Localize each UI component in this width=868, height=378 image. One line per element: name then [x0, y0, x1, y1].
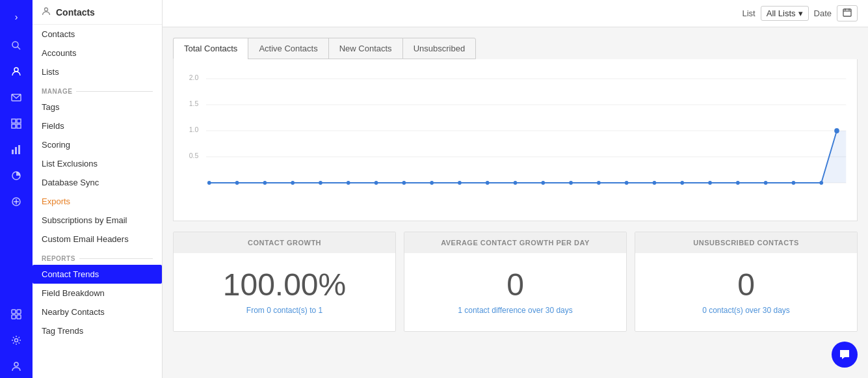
svg-rect-8: [12, 150, 14, 154]
stat-label-1: 1 contact difference over 30 days: [458, 306, 573, 315]
svg-text:1.5: 1.5: [189, 100, 199, 107]
tab-active-contacts[interactable]: Active Contacts: [248, 38, 328, 59]
nav-item-field-breakdown[interactable]: Field Breakdown: [33, 284, 162, 303]
nav-header-title: Contacts: [56, 7, 95, 18]
svg-point-51: [653, 181, 657, 185]
svg-rect-16: [17, 310, 21, 314]
svg-point-20: [14, 362, 18, 366]
svg-rect-22: [843, 9, 851, 16]
svg-point-45: [486, 181, 490, 185]
nav-item-fields[interactable]: Fields: [33, 116, 162, 135]
svg-point-56: [792, 181, 796, 185]
stat-card-header-2: UNSUBSCRIBED CONTACTS: [635, 232, 857, 253]
stat-card-body-0: 100.00% From 0 contact(s) to 1: [174, 253, 395, 331]
svg-point-48: [569, 181, 573, 185]
tab-total-contacts[interactable]: Total Contacts: [173, 38, 248, 59]
chat-button[interactable]: [832, 342, 858, 368]
nav-item-custom-email-headers[interactable]: Custom Email Headers: [33, 230, 162, 249]
top-bar: List All Lists ▾ Date: [163, 0, 868, 27]
stat-card-unsubscribed: UNSUBSCRIBED CONTACTS 0 0 contact(s) ove…: [635, 232, 858, 332]
svg-rect-6: [12, 124, 16, 128]
svg-point-52: [680, 181, 684, 185]
date-label: Date: [814, 8, 832, 18]
svg-rect-17: [12, 315, 16, 319]
svg-rect-15: [12, 310, 16, 314]
nav-item-contacts[interactable]: Contacts: [33, 25, 162, 44]
svg-rect-9: [15, 147, 17, 154]
main-content: List All Lists ▾ Date Total Contacts Act…: [163, 0, 868, 378]
nav-item-scoring[interactable]: Scoring: [33, 135, 162, 154]
svg-rect-5: [17, 119, 21, 123]
expand-icon[interactable]: ›: [3, 5, 29, 29]
nav-item-nearby-contacts[interactable]: Nearby Contacts: [33, 303, 162, 321]
search-nav-icon[interactable]: [3, 34, 29, 57]
stat-card-body-1: 0 1 contact difference over 30 days: [404, 253, 626, 331]
nav-item-tag-trends[interactable]: Tag Trends: [33, 321, 162, 340]
line-chart: 2.0 1.5 1.0 0.5: [181, 67, 849, 210]
date-picker-button[interactable]: [837, 5, 858, 21]
svg-point-47: [541, 181, 545, 185]
dashboard2-nav-icon[interactable]: [3, 303, 29, 326]
plus-circle-nav-icon[interactable]: [3, 190, 29, 213]
chart-container: 2.0 1.5 1.0 0.5: [173, 59, 858, 221]
nav-item-accounts[interactable]: Accounts: [33, 44, 162, 62]
svg-point-41: [375, 181, 378, 185]
stat-card-contact-growth: CONTACT GROWTH 100.00% From 0 contact(s)…: [173, 232, 396, 332]
svg-point-37: [263, 181, 267, 185]
icon-sidebar: ›: [0, 0, 33, 378]
nav-item-exports[interactable]: Exports: [33, 192, 162, 211]
dropdown-chevron-icon: ▾: [798, 8, 803, 18]
svg-text:0.5: 0.5: [189, 152, 199, 159]
svg-point-39: [319, 181, 322, 185]
svg-point-44: [458, 181, 462, 185]
all-lists-dropdown[interactable]: All Lists ▾: [761, 6, 809, 21]
svg-point-50: [625, 181, 629, 185]
bar-chart-nav-icon[interactable]: [3, 138, 29, 161]
svg-point-53: [708, 181, 712, 185]
nav-item-subscriptions[interactable]: Subscriptions by Email: [33, 211, 162, 230]
svg-point-42: [402, 181, 406, 185]
user-profile-nav-icon[interactable]: [3, 355, 29, 378]
svg-rect-18: [17, 315, 21, 319]
nav-item-lists[interactable]: Lists: [33, 62, 162, 81]
svg-point-46: [514, 181, 518, 185]
svg-rect-7: [17, 124, 21, 128]
reports-section-label: REPORTS: [33, 249, 162, 265]
pie-chart-nav-icon[interactable]: [3, 164, 29, 187]
svg-point-19: [15, 339, 18, 342]
all-lists-label: All Lists: [767, 8, 796, 18]
nav-item-list-exclusions[interactable]: List Exclusions: [33, 154, 162, 173]
tab-unsubscribed[interactable]: Unsubscribed: [402, 38, 477, 59]
tabs: Total Contacts Active Contacts New Conta…: [173, 38, 858, 59]
svg-point-38: [291, 181, 295, 185]
nav-item-tags[interactable]: Tags: [33, 98, 162, 116]
svg-point-36: [235, 181, 239, 185]
stat-card-body-2: 0 0 contact(s) over 30 days: [635, 253, 857, 331]
stat-label-2: 0 contact(s) over 30 days: [702, 306, 790, 315]
grid-nav-icon[interactable]: [3, 112, 29, 135]
svg-line-1: [18, 47, 20, 49]
stat-card-header-1: AVERAGE CONTACT GROWTH PER DAY: [404, 232, 626, 253]
contacts-nav-icon[interactable]: [3, 60, 29, 83]
stat-value-1: 0: [506, 269, 524, 301]
manage-section-label: MANAGE: [33, 81, 162, 98]
svg-rect-10: [18, 145, 20, 154]
nav-item-database-sync[interactable]: Database Sync: [33, 173, 162, 192]
svg-point-0: [12, 42, 18, 47]
svg-point-2: [14, 68, 18, 72]
svg-point-43: [430, 181, 434, 185]
nav-header-icon: [42, 7, 51, 18]
stat-card-header-0: CONTACT GROWTH: [174, 232, 395, 253]
settings-nav-icon[interactable]: [3, 329, 29, 352]
svg-point-21: [45, 8, 48, 11]
left-nav: Contacts Contacts Accounts Lists MANAGE …: [33, 0, 163, 378]
svg-point-35: [207, 181, 211, 185]
svg-point-54: [736, 181, 740, 185]
stat-label-0: From 0 contact(s) to 1: [246, 306, 322, 315]
stat-value-0: 100.00%: [223, 269, 347, 301]
tab-new-contacts[interactable]: New Contacts: [328, 38, 403, 59]
email-nav-icon[interactable]: [3, 86, 29, 109]
nav-item-contact-trends[interactable]: Contact Trends: [33, 265, 162, 284]
nav-header: Contacts: [33, 0, 162, 25]
svg-text:2.0: 2.0: [189, 74, 199, 81]
